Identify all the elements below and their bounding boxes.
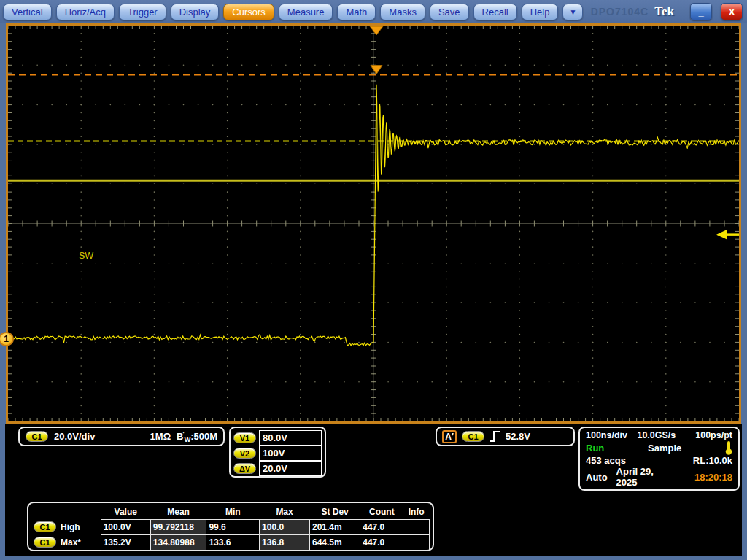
channel-badge[interactable]: C1 — [26, 431, 48, 442]
column-header-value: Value — [101, 505, 150, 519]
timebase-panel[interactable]: 100ns/div 10.0GS/s 100ps/pt Run Sample 4… — [578, 427, 740, 491]
graticule-and-trace: SW — [8, 26, 739, 421]
input-impedance: 1MΩ — [150, 431, 171, 442]
channel-readout-panel[interactable]: C1 20.0V/div 1MΩ B′W:500M — [18, 427, 225, 446]
measurement-source-badge: C1 — [34, 537, 56, 548]
thermometer-icon — [725, 440, 732, 455]
menu-button-vertical[interactable]: Vertical — [3, 4, 52, 20]
measurement-cell — [403, 534, 430, 550]
measurement-cell: 134.80988 — [150, 534, 206, 550]
date-label: April 29, 2025 — [616, 466, 677, 488]
cursor-badge[interactable]: ΔV — [233, 463, 256, 474]
column-header-min: Min — [206, 505, 260, 519]
trigger-a-badge: A′ — [442, 430, 457, 443]
cursor-value: 80.0V — [259, 430, 322, 446]
measurement-header-row: ValueMeanMinMaxSt DevCountInfo — [31, 505, 430, 519]
menu-overflow-button[interactable]: ▼ — [562, 4, 583, 20]
measurement-name: Max* — [61, 537, 81, 548]
menu-button-help[interactable]: Help — [522, 4, 559, 20]
column-header-info: Info — [403, 505, 430, 519]
menu-button-recall[interactable]: Recall — [473, 4, 517, 20]
measurement-cell: 201.4m — [309, 519, 360, 534]
cursor-badge[interactable]: V1 — [233, 432, 256, 443]
measurement-cell — [403, 519, 430, 534]
menu-button-display[interactable]: Display — [171, 4, 220, 20]
close-button[interactable]: X — [721, 3, 743, 20]
measurement-cell: 136.8 — [260, 534, 310, 550]
column-header-max: Max — [260, 505, 310, 519]
measurement-source-badge: C1 — [34, 521, 56, 532]
bandwidth-limit: B′W:500M — [177, 430, 217, 443]
measurement-cell: 447.0 — [360, 534, 403, 550]
rising-edge-icon — [489, 430, 500, 443]
measurement-cell: 99.792118 — [150, 519, 206, 534]
column-header-stdev: St Dev — [309, 505, 360, 519]
menu-button-horizacq[interactable]: Horiz/Acq — [56, 4, 115, 20]
cursor-row-dv: ΔV20.0V — [233, 461, 322, 476]
trace-label-sw: SW — [79, 251, 93, 261]
acquisition-count: 453 acqs — [586, 455, 626, 466]
time-label: 18:20:18 — [694, 472, 732, 483]
titlebar: VerticalHoriz/AcqTriggerDisplayCursorsMe… — [0, 0, 747, 23]
measurement-cell: 133.6 — [206, 534, 260, 550]
measurement-row-high[interactable]: C1High100.0V99.79211899.6100.0201.4m447.… — [31, 519, 430, 534]
menu-button-masks[interactable]: Masks — [380, 4, 425, 20]
readout-area: C1 20.0V/div 1MΩ B′W:500M V180.0VV2100VΔ… — [5, 424, 742, 556]
cursor-readout-panel[interactable]: V180.0VV2100VΔV20.0V — [229, 427, 326, 478]
cursor-value: 100V — [259, 446, 322, 461]
cursor-row-v1: V180.0V — [233, 430, 322, 446]
horizontal-scale: 100ns/div — [586, 430, 627, 440]
measurement-cell: 100.0 — [260, 519, 310, 534]
trigger-readout-panel[interactable]: A′ C1 52.8V — [436, 427, 575, 446]
trigger-level: 52.8V — [506, 431, 530, 442]
vertical-scale: 20.0V/div — [54, 431, 95, 442]
measurement-cell: 135.2V — [101, 534, 150, 550]
cursor-row-v2: V2100V — [233, 446, 322, 461]
column-header-count: Count — [360, 505, 403, 519]
record-length: RL:10.0k — [693, 455, 732, 466]
trigger-mode: Auto — [586, 472, 608, 483]
acquisition-mode: Sample — [648, 443, 681, 454]
resolution: 100ps/pt — [695, 430, 732, 440]
model-label: DPO7104C — [591, 6, 649, 18]
menu-button-math[interactable]: Math — [337, 4, 376, 20]
menu-button-trigger[interactable]: Trigger — [119, 4, 166, 20]
menu-button-cursors[interactable]: Cursors — [223, 4, 274, 20]
measurement-cell: 100.0V — [101, 519, 150, 534]
waveform-display: SW 1 — [6, 23, 741, 424]
sample-rate: 10.0GS/s — [637, 430, 676, 440]
measurement-cell: 644.5m — [309, 534, 360, 550]
cursor-badge[interactable]: V2 — [233, 448, 256, 459]
measurement-row-max[interactable]: C1Max*135.2V134.80988133.6136.8644.5m447… — [31, 534, 430, 550]
measurement-table[interactable]: ValueMeanMinMaxSt DevCountInfoC1High100.… — [27, 502, 434, 551]
column-header-mean: Mean — [150, 505, 206, 519]
menu-button-measure[interactable]: Measure — [279, 4, 333, 20]
acquisition-state: Run — [586, 443, 604, 454]
trigger-source-badge[interactable]: C1 — [462, 431, 484, 442]
measurement-cell: 447.0 — [360, 519, 403, 534]
minimize-button[interactable]: _ — [690, 3, 712, 20]
measurement-name: High — [61, 522, 80, 532]
menu-bar: VerticalHoriz/AcqTriggerDisplayCursorsMe… — [0, 4, 583, 20]
tek-logo: Tek — [654, 4, 674, 19]
cursor-value: 20.0V — [259, 461, 322, 476]
measurement-cell: 99.6 — [206, 519, 260, 534]
menu-button-save[interactable]: Save — [430, 4, 469, 20]
